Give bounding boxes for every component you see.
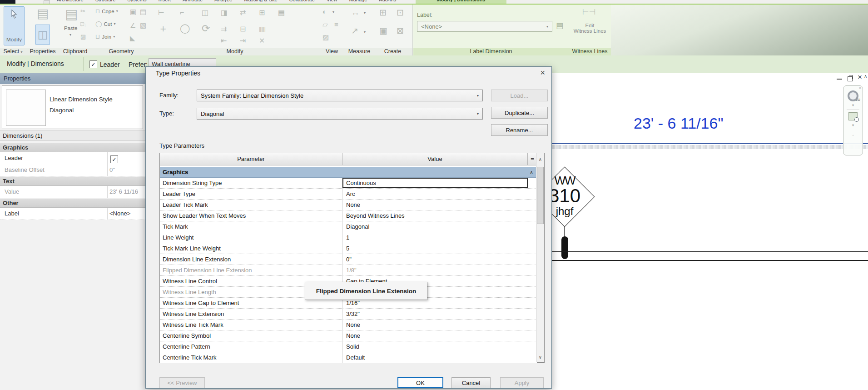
create-parts-icon[interactable]: ▣ xyxy=(379,26,387,35)
table-section-graphics[interactable]: Graphics ∧ xyxy=(160,167,537,178)
create-similar-icon[interactable]: ⊠ xyxy=(397,26,404,35)
offset-icon[interactable]: ⌐ xyxy=(180,9,184,16)
collapse-section-icon[interactable]: ∧ xyxy=(530,167,533,178)
tab-analyze[interactable]: Analyze xyxy=(208,0,238,2)
family-dropdown[interactable]: System Family: Linear Dimension Style ▾ xyxy=(197,90,483,101)
param-value-cell[interactable]: Default xyxy=(342,352,528,363)
scale-icon[interactable]: ▤ xyxy=(278,9,285,16)
create-group-icon[interactable]: ⊞ xyxy=(379,8,387,17)
match-type-icon[interactable]: ▨ xyxy=(80,34,86,40)
paste-button[interactable]: Paste xyxy=(64,25,77,31)
value-column-header[interactable]: Value xyxy=(342,153,528,165)
view-minimize-button[interactable] xyxy=(837,75,842,80)
tab-view[interactable]: View xyxy=(321,0,343,2)
edit-witness-lines-button[interactable]: Edit Witness Lines xyxy=(569,23,611,34)
param-value-cell[interactable]: None xyxy=(342,320,528,330)
tab-addins[interactable]: Add-Ins xyxy=(373,0,402,2)
cut-geometry-button[interactable]: ◯ Cut▾ xyxy=(95,21,115,27)
measure-icon[interactable]: ↗ xyxy=(351,26,358,35)
dialog-close-button[interactable]: × xyxy=(540,68,545,78)
align-ends-icon[interactable]: ⇥ xyxy=(240,37,246,45)
cut-icon[interactable]: ✂ xyxy=(80,8,85,14)
copy-element-icon[interactable]: ◯ xyxy=(180,24,190,33)
tab-modify-dimensions[interactable]: Modify | Dimensions xyxy=(416,0,506,4)
navbar-close-icon[interactable]: × xyxy=(859,86,861,90)
table-scrollbar[interactable]: ∧ ∨ xyxy=(536,153,544,362)
modify-button[interactable]: Modify xyxy=(4,6,25,45)
edit-witness-lines-icon[interactable]: ⊢⊣ xyxy=(582,8,596,16)
create-assembly-icon[interactable]: ⊡ xyxy=(397,8,404,17)
param-value-cell[interactable]: Beyond Witness Lines xyxy=(342,210,528,221)
extend-icon[interactable]: ⇤ xyxy=(221,37,227,45)
ok-button[interactable]: OK xyxy=(397,377,443,388)
palette-section-other[interactable]: Other xyxy=(0,199,145,208)
tab-architecture[interactable]: Architecture xyxy=(51,0,89,2)
rename-button[interactable]: Rename... xyxy=(491,124,548,136)
tab-annotate[interactable]: Annotate xyxy=(177,0,208,2)
label-row-value[interactable]: <None> xyxy=(108,208,145,220)
delete-icon[interactable]: ✕ xyxy=(259,37,265,45)
view-restore-button[interactable] xyxy=(848,75,853,81)
type-properties-icon[interactable]: ▤ xyxy=(37,7,49,20)
canvas-scroll-up[interactable]: ∧ xyxy=(864,74,867,79)
rotate-icon[interactable]: ⟳ xyxy=(202,24,210,34)
beam-icon[interactable]: ▣ xyxy=(130,8,136,15)
chevron-down-icon[interactable]: ▾ xyxy=(364,11,366,15)
linework-icon[interactable]: ▨ xyxy=(322,34,329,40)
align-icon[interactable]: ⊢ xyxy=(158,9,164,16)
mirror-draw-icon[interactable]: ◨ xyxy=(221,9,228,16)
view-close-button[interactable]: × xyxy=(858,73,862,82)
duplicate-button[interactable]: Duplicate... xyxy=(491,107,548,119)
label-dropdown[interactable]: <None> ▾ xyxy=(417,21,552,32)
param-value-cell[interactable]: Diagonal xyxy=(342,221,528,232)
aligned-dimension-icon[interactable]: ↔ xyxy=(351,8,360,17)
chevron-down-icon[interactable]: ▾ xyxy=(332,10,334,14)
properties-palette-header[interactable]: Properties xyxy=(0,73,145,84)
split-icon[interactable]: ⇄ xyxy=(240,9,246,16)
zoom-button[interactable] xyxy=(848,112,858,120)
scrollbar-thumb[interactable] xyxy=(537,167,544,224)
selection-filter[interactable]: Dimensions (1) xyxy=(0,130,145,141)
parameter-column-header[interactable]: Parameter xyxy=(160,153,342,165)
param-value-cell[interactable]: Arc xyxy=(342,189,528,199)
move-icon[interactable]: ＋ xyxy=(158,24,168,34)
demolish-icon[interactable]: ∠ xyxy=(130,22,136,29)
mirror-axis-icon[interactable]: ◫ xyxy=(202,9,208,16)
paste-icon[interactable]: ▤ xyxy=(65,7,78,21)
tab-insert[interactable]: Insert xyxy=(153,0,177,2)
hide-elements-icon[interactable]: ◐ xyxy=(322,8,327,15)
tab-collaborate[interactable]: Collaborate xyxy=(283,0,321,2)
profile-icon[interactable]: ◣ xyxy=(130,35,135,41)
leader-row-value[interactable]: ✓ xyxy=(108,152,145,164)
param-value-cell[interactable]: 5 xyxy=(342,243,528,254)
scrollbar-up-arrow[interactable]: ∧ xyxy=(536,157,544,162)
type-dropdown[interactable]: Diagonal ▾ xyxy=(197,108,483,120)
param-value-cell[interactable]: 3/32" xyxy=(342,309,528,319)
type-selector[interactable]: Linear Dimension Style Diagonal xyxy=(2,85,143,129)
navbar-bottom-dot-icon[interactable]: ◦ xyxy=(852,133,854,138)
tab-structure[interactable]: Structure xyxy=(89,0,122,2)
copy-icon[interactable]: □ xyxy=(80,21,84,27)
paste-dropdown-icon[interactable]: ▾ xyxy=(69,33,71,37)
param-value-cell[interactable]: None xyxy=(342,330,528,341)
param-value-cell[interactable]: Continuous xyxy=(342,178,528,188)
steering-wheel-dropdown-icon[interactable]: ▾ xyxy=(852,103,854,107)
tab-massing-site[interactable]: Massing & Site xyxy=(238,0,283,2)
array-icon[interactable]: ⊞ xyxy=(259,9,265,16)
zoom-dropdown-icon[interactable]: ▾ xyxy=(852,123,854,127)
palette-section-text[interactable]: Text xyxy=(0,177,145,186)
create-parameter-icon[interactable]: ▤ xyxy=(556,22,563,30)
chevron-down-icon[interactable]: ▾ xyxy=(364,30,366,34)
param-value-cell[interactable]: Solid xyxy=(342,341,528,352)
join-button[interactable]: ⊔ Join▾ xyxy=(95,34,115,40)
leader-checkbox[interactable]: ✓ xyxy=(89,60,97,68)
wall-icon[interactable]: ▤ xyxy=(140,8,146,15)
scrollbar-down-arrow[interactable]: ∨ xyxy=(536,355,544,360)
param-value-cell[interactable]: 0" xyxy=(342,254,528,265)
param-value-cell[interactable]: None xyxy=(342,200,528,210)
steering-wheel-button[interactable]: 2D xyxy=(848,90,858,101)
unpin-icon[interactable]: ▥ xyxy=(259,25,266,33)
cancel-button[interactable]: Cancel xyxy=(451,377,491,388)
window-symbol[interactable] xyxy=(561,236,568,259)
palette-section-graphics[interactable]: Graphics xyxy=(0,143,145,152)
